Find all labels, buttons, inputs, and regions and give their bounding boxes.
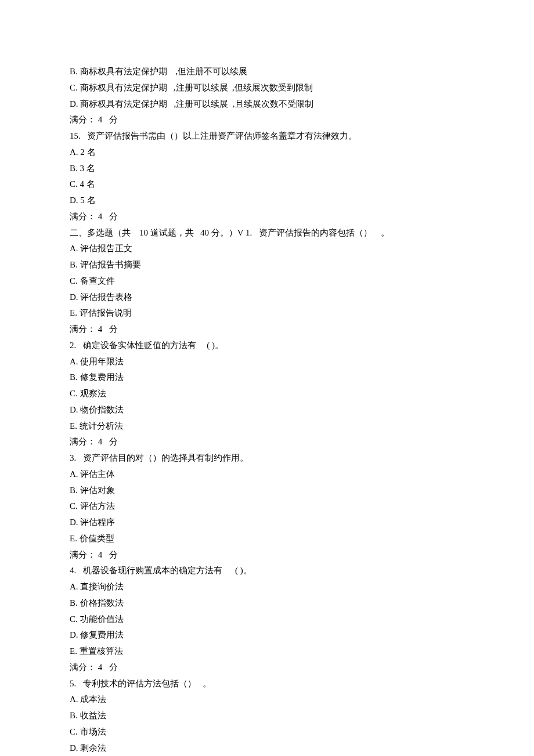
question-15: 15. 资产评估报告书需由（）以上注册资产评估师签名盖章才有法律效力。	[70, 128, 464, 144]
option-a: A. 直接询价法	[70, 579, 464, 595]
score-line: 满分： 4 分	[70, 321, 464, 338]
option-b: B. 3 名	[70, 161, 464, 177]
option-c: C. 4 名	[70, 176, 464, 193]
score-line: 满分： 4 分	[70, 434, 464, 450]
option-a: A. 评估报告正文	[70, 241, 464, 257]
option-b: B. 价格指数法	[70, 595, 464, 612]
score-line: 满分： 4 分	[70, 547, 464, 563]
option-c: C. 评估方法	[70, 498, 464, 515]
option-c: C. 市场法	[70, 724, 464, 740]
option-c: C. 商标权具有法定保护期 ,注册可以续展 ,但续展次数受到限制	[70, 80, 464, 96]
option-b: B. 修复费用法	[70, 370, 464, 386]
option-b: B. 评估对象	[70, 483, 464, 499]
option-a: A. 2 名	[70, 144, 464, 161]
option-e: E. 重置核算法	[70, 643, 464, 660]
option-d: D. 剩余法	[70, 740, 464, 757]
option-d: D. 评估报告表格	[70, 290, 464, 306]
option-c: C. 功能价值法	[70, 612, 464, 628]
question-3: 3. 资产评估目的对（）的选择具有制约作用。	[70, 450, 464, 466]
option-a: A. 成本法	[70, 692, 464, 708]
option-b: B. 评估报告书摘要	[70, 257, 464, 273]
option-e: E. 价值类型	[70, 531, 464, 547]
option-c: C. 备查文件	[70, 273, 464, 290]
option-d: D. 修复费用法	[70, 627, 464, 643]
question-2: 2. 确定设备实体性贬值的方法有 ( )。	[70, 338, 464, 354]
question-4: 4. 机器设备现行购置成本的确定方法有 ( )。	[70, 563, 464, 579]
option-a: A. 评估主体	[70, 466, 464, 483]
option-b: B. 收益法	[70, 708, 464, 724]
option-a: A. 使用年限法	[70, 354, 464, 370]
document-page: B. 商标权具有法定保护期 ,但注册不可以续展 C. 商标权具有法定保护期 ,注…	[0, 0, 534, 756]
question-5: 5. 专利技术的评估方法包括（） 。	[70, 676, 464, 692]
score-line: 满分： 4 分	[70, 112, 464, 128]
score-line: 满分： 4 分	[70, 209, 464, 225]
option-e: E. 评估报告说明	[70, 305, 464, 321]
option-d: D. 评估程序	[70, 515, 464, 531]
option-e: E. 统计分析法	[70, 418, 464, 435]
section-2-heading: 二、多选题（共 10 道试题，共 40 分。）V 1. 资产评估报告的内容包括（…	[70, 225, 464, 241]
option-d: D. 商标权具有法定保护期 ,注册可以续展 ,且续展次数不受限制	[70, 96, 464, 113]
option-d: D. 物价指数法	[70, 402, 464, 418]
option-b: B. 商标权具有法定保护期 ,但注册不可以续展	[70, 64, 464, 80]
score-line: 满分： 4 分	[70, 660, 464, 676]
option-d: D. 5 名	[70, 193, 464, 209]
option-c: C. 观察法	[70, 386, 464, 402]
